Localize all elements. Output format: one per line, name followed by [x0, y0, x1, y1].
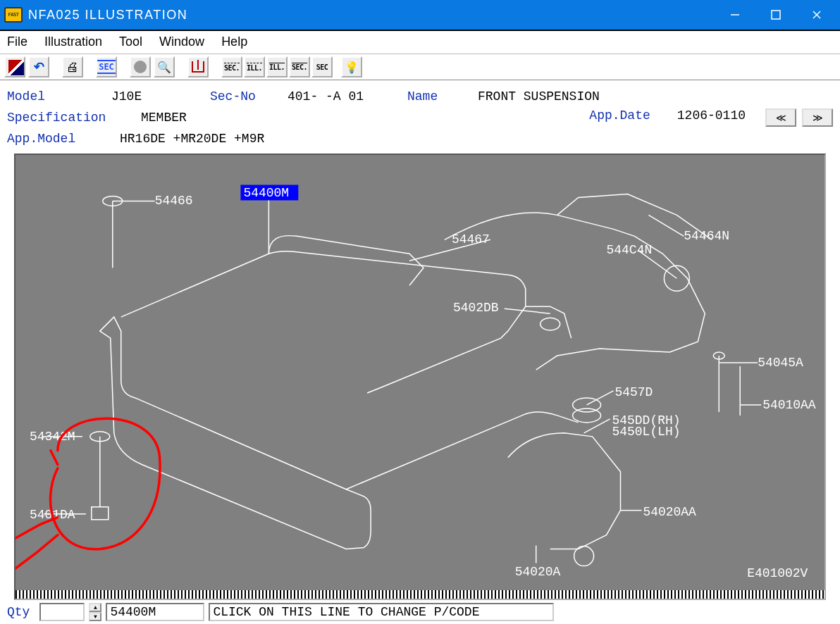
dotted-ruler-strip	[16, 590, 824, 599]
app-icon: FAST	[4, 7, 23, 23]
part-label-5450L[interactable]: 5450L(LH)	[612, 425, 681, 439]
qty-label: Qty	[7, 605, 30, 619]
svg-point-11	[573, 408, 601, 423]
nav-label: SEC.	[292, 63, 307, 71]
svg-line-21	[505, 308, 550, 313]
menu-bar: File Illustration Tool Window Help	[0, 30, 840, 54]
sec-box-icon: SEC	[96, 60, 117, 74]
diagram-viewport[interactable]: 54400M 54466 54467 544C4N 54464N 5402DB …	[14, 154, 826, 600]
info-panel: Model J10E Sec-No 401- -A 01 Name FRONT …	[0, 80, 840, 154]
part-label-544C4N[interactable]: 544C4N	[607, 243, 653, 257]
nav-ill-next-button[interactable]: ILL.	[266, 56, 288, 77]
nav-ill-prev-button[interactable]: ILL.	[244, 56, 265, 77]
part-label-54464N[interactable]: 54464N	[684, 229, 729, 243]
nav-label: SEC.	[224, 63, 240, 72]
svg-line-25	[584, 419, 610, 433]
svg-line-20	[648, 215, 684, 236]
svg-rect-1	[772, 11, 780, 19]
chevron-right-double-icon: ≫	[813, 112, 823, 124]
undo-button[interactable]: ↶	[28, 56, 49, 77]
nav-sec-button[interactable]: SEC	[311, 56, 333, 77]
lightbulb-icon: 💡	[345, 61, 359, 74]
part-label-54020A[interactable]: 54020A	[515, 565, 561, 579]
instruction-text: CLICK ON THIS LINE TO CHANGE P/CODE	[213, 605, 479, 619]
appmodel-value: HR16DE +MR20DE +M9R	[120, 132, 264, 146]
exit-button[interactable]	[4, 56, 25, 77]
svg-point-4	[541, 318, 560, 330]
part-label-54342M[interactable]: 54342M	[30, 430, 75, 444]
spec-value: MEMBER	[141, 111, 187, 125]
toolbar: ↶ 🖨 SEC 🔍 SEC. ILL. ILL. SEC. SEC 💡	[0, 54, 840, 80]
title-bar: FAST NFA025 ILLUSTRATION	[0, 0, 840, 30]
nav-label: SEC	[316, 63, 328, 71]
svg-point-9	[574, 547, 594, 566]
menu-window[interactable]: Window	[158, 33, 206, 51]
qty-input-wrapper	[39, 603, 85, 621]
pcode-field[interactable]: 54400M	[106, 603, 204, 621]
qty-increment-button[interactable]: ▲	[89, 603, 101, 612]
record-button[interactable]	[130, 56, 151, 77]
part-label-54020AA[interactable]: 54020AA	[643, 505, 696, 519]
part-label-54045A[interactable]: 54045A	[758, 356, 803, 370]
secno-value: 401- -A 01	[288, 89, 407, 104]
pcode-value: 54400M	[110, 605, 156, 619]
page-next-button[interactable]: ≫	[802, 108, 833, 127]
part-label-5457D[interactable]: 5457D	[615, 385, 653, 399]
appdate-value: 1206-0110	[677, 108, 746, 127]
part-label-54467[interactable]: 54467	[452, 232, 490, 247]
spec-label: Specification	[7, 111, 141, 125]
help-button[interactable]: 💡	[341, 56, 362, 77]
part-label-5402DB[interactable]: 5402DB	[453, 301, 499, 315]
maximize-button[interactable]	[755, 0, 796, 30]
model-value: J10E	[111, 89, 210, 104]
window-title: NFA025 ILLUSTRATION	[28, 8, 715, 23]
book-button[interactable]	[187, 56, 209, 77]
nav-label: ILL.	[247, 63, 262, 72]
part-label-54466[interactable]: 54466	[155, 194, 193, 208]
menu-file[interactable]: File	[6, 33, 29, 51]
printer-icon: 🖨	[66, 60, 79, 75]
undo-icon: ↶	[34, 59, 44, 75]
appdate-label: App.Date	[589, 108, 650, 127]
name-value: FRONT SUSPENSION	[478, 89, 600, 104]
status-bar: Qty ▲ ▼ 54400M CLICK ON THIS LINE TO CHA…	[0, 603, 840, 621]
minimize-button[interactable]	[715, 0, 755, 30]
print-button[interactable]: 🖨	[62, 56, 83, 77]
instruction-field[interactable]: CLICK ON THIS LINE TO CHANGE P/CODE	[209, 603, 554, 621]
close-button[interactable]	[796, 0, 837, 30]
qty-decrement-button[interactable]: ▼	[89, 612, 101, 621]
name-label: Name	[407, 89, 478, 104]
qty-spinner: ▲ ▼	[89, 603, 101, 621]
appmodel-label: App.Model	[7, 132, 120, 146]
menu-help[interactable]: Help	[220, 33, 249, 51]
nav-sec-prev-button[interactable]: SEC.	[221, 56, 242, 77]
magnifier-icon: 🔍	[157, 61, 171, 74]
page-prev-button[interactable]: ≪	[765, 108, 796, 127]
menu-illustration[interactable]: Illustration	[43, 33, 104, 51]
secno-label: Sec-No	[210, 89, 288, 104]
chevron-left-double-icon: ≪	[776, 112, 786, 124]
suspension-diagram[interactable]: 54400M 54466 54467 544C4N 54464N 5402DB …	[16, 155, 824, 590]
nav-button-group: SEC. ILL. ILL. SEC. SEC	[221, 56, 333, 77]
nav-label: ILL.	[269, 63, 285, 71]
circle-icon	[134, 61, 147, 73]
menu-tool[interactable]: Tool	[118, 33, 144, 51]
qty-input[interactable]	[44, 604, 80, 620]
search-button[interactable]: 🔍	[154, 56, 175, 77]
part-label-54010AA[interactable]: 54010AA	[762, 398, 816, 412]
nav-sec-next-button[interactable]: SEC.	[289, 56, 310, 77]
diagram-id-text: E401002V	[747, 566, 808, 580]
model-label: Model	[7, 89, 111, 104]
diagram-selected-code[interactable]: 54400M	[243, 186, 289, 200]
sec-button[interactable]: SEC	[96, 56, 117, 77]
book-icon	[192, 61, 204, 73]
